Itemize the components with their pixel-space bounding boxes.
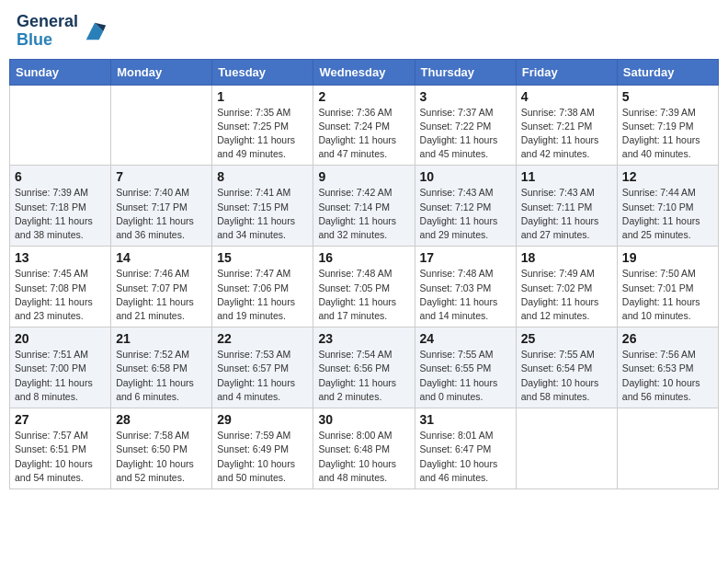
day-info: Sunrise: 7:57 AM Sunset: 6:51 PM Dayligh… (15, 429, 106, 485)
day-number: 5 (622, 89, 713, 104)
calendar-cell: 4Sunrise: 7:38 AM Sunset: 7:21 PM Daylig… (516, 85, 617, 166)
col-header-tuesday: Tuesday (212, 59, 313, 85)
day-info: Sunrise: 7:40 AM Sunset: 7:17 PM Dayligh… (116, 186, 207, 242)
calendar-week-4: 20Sunrise: 7:51 AM Sunset: 7:00 PM Dayli… (10, 327, 719, 408)
calendar-cell (10, 85, 111, 166)
calendar-week-1: 1Sunrise: 7:35 AM Sunset: 7:25 PM Daylig… (10, 85, 719, 166)
day-info: Sunrise: 7:46 AM Sunset: 7:07 PM Dayligh… (116, 267, 207, 323)
day-number: 16 (318, 250, 409, 265)
day-info: Sunrise: 7:43 AM Sunset: 7:12 PM Dayligh… (420, 186, 511, 242)
calendar-cell (516, 408, 617, 489)
calendar-week-5: 27Sunrise: 7:57 AM Sunset: 6:51 PM Dayli… (10, 408, 719, 489)
day-number: 29 (217, 412, 308, 427)
day-info: Sunrise: 7:38 AM Sunset: 7:21 PM Dayligh… (521, 106, 612, 162)
calendar-cell: 15Sunrise: 7:47 AM Sunset: 7:06 PM Dayli… (212, 247, 313, 327)
day-number: 1 (217, 89, 308, 104)
day-info: Sunrise: 7:41 AM Sunset: 7:15 PM Dayligh… (217, 186, 308, 242)
day-number: 28 (116, 412, 207, 427)
day-info: Sunrise: 7:50 AM Sunset: 7:01 PM Dayligh… (622, 267, 713, 323)
day-info: Sunrise: 7:43 AM Sunset: 7:11 PM Dayligh… (521, 186, 612, 242)
day-number: 3 (420, 89, 511, 104)
day-number: 9 (318, 169, 409, 184)
day-number: 19 (622, 250, 713, 265)
col-header-thursday: Thursday (415, 59, 516, 85)
calendar-cell: 5Sunrise: 7:39 AM Sunset: 7:19 PM Daylig… (617, 85, 718, 166)
calendar-cell: 2Sunrise: 7:36 AM Sunset: 7:24 PM Daylig… (313, 85, 415, 166)
day-info: Sunrise: 7:48 AM Sunset: 7:05 PM Dayligh… (318, 267, 409, 323)
logo: GeneralBlue (17, 13, 108, 50)
day-number: 8 (217, 169, 308, 184)
day-number: 14 (116, 250, 207, 265)
day-number: 11 (521, 169, 612, 184)
calendar-cell: 29Sunrise: 7:59 AM Sunset: 6:49 PM Dayli… (212, 408, 313, 489)
page-header: GeneralBlue (9, 9, 719, 53)
day-info: Sunrise: 7:54 AM Sunset: 6:56 PM Dayligh… (318, 348, 409, 404)
calendar-cell: 18Sunrise: 7:49 AM Sunset: 7:02 PM Dayli… (516, 247, 617, 327)
calendar-week-3: 13Sunrise: 7:45 AM Sunset: 7:08 PM Dayli… (10, 247, 719, 327)
col-header-sunday: Sunday (10, 59, 111, 85)
day-info: Sunrise: 7:42 AM Sunset: 7:14 PM Dayligh… (318, 186, 409, 242)
day-info: Sunrise: 7:55 AM Sunset: 6:54 PM Dayligh… (521, 348, 612, 404)
day-info: Sunrise: 7:51 AM Sunset: 7:00 PM Dayligh… (15, 348, 106, 404)
day-info: Sunrise: 7:52 AM Sunset: 6:58 PM Dayligh… (116, 348, 207, 404)
calendar-cell: 24Sunrise: 7:55 AM Sunset: 6:55 PM Dayli… (415, 327, 516, 408)
day-number: 2 (318, 89, 409, 104)
day-info: Sunrise: 7:35 AM Sunset: 7:25 PM Dayligh… (217, 106, 308, 162)
calendar-cell: 3Sunrise: 7:37 AM Sunset: 7:22 PM Daylig… (415, 85, 516, 166)
day-info: Sunrise: 7:53 AM Sunset: 6:57 PM Dayligh… (217, 348, 308, 404)
day-info: Sunrise: 7:36 AM Sunset: 7:24 PM Dayligh… (318, 106, 409, 162)
calendar-cell: 6Sunrise: 7:39 AM Sunset: 7:18 PM Daylig… (10, 166, 111, 247)
day-number: 4 (521, 89, 612, 104)
calendar-cell: 16Sunrise: 7:48 AM Sunset: 7:05 PM Dayli… (313, 247, 415, 327)
day-number: 7 (116, 169, 207, 184)
calendar-cell: 14Sunrise: 7:46 AM Sunset: 7:07 PM Dayli… (111, 247, 212, 327)
logo-icon (82, 18, 108, 44)
day-info: Sunrise: 7:39 AM Sunset: 7:19 PM Dayligh… (622, 106, 713, 162)
calendar-cell: 13Sunrise: 7:45 AM Sunset: 7:08 PM Dayli… (10, 247, 111, 327)
day-number: 23 (318, 331, 409, 346)
col-header-friday: Friday (516, 59, 617, 85)
calendar-cell: 27Sunrise: 7:57 AM Sunset: 6:51 PM Dayli… (10, 408, 111, 489)
calendar-cell: 22Sunrise: 7:53 AM Sunset: 6:57 PM Dayli… (212, 327, 313, 408)
calendar-cell: 12Sunrise: 7:44 AM Sunset: 7:10 PM Dayli… (617, 166, 718, 247)
day-number: 31 (420, 412, 511, 427)
day-info: Sunrise: 7:37 AM Sunset: 7:22 PM Dayligh… (420, 106, 511, 162)
calendar-cell: 28Sunrise: 7:58 AM Sunset: 6:50 PM Dayli… (111, 408, 212, 489)
day-info: Sunrise: 7:45 AM Sunset: 7:08 PM Dayligh… (15, 267, 106, 323)
calendar-cell: 21Sunrise: 7:52 AM Sunset: 6:58 PM Dayli… (111, 327, 212, 408)
calendar-cell: 1Sunrise: 7:35 AM Sunset: 7:25 PM Daylig… (212, 85, 313, 166)
day-info: Sunrise: 7:56 AM Sunset: 6:53 PM Dayligh… (622, 348, 713, 404)
calendar-header-row: SundayMondayTuesdayWednesdayThursdayFrid… (10, 59, 719, 85)
day-number: 15 (217, 250, 308, 265)
day-number: 27 (15, 412, 106, 427)
calendar-cell: 25Sunrise: 7:55 AM Sunset: 6:54 PM Dayli… (516, 327, 617, 408)
calendar-cell: 20Sunrise: 7:51 AM Sunset: 7:00 PM Dayli… (10, 327, 111, 408)
calendar-table: SundayMondayTuesdayWednesdayThursdayFrid… (9, 59, 719, 489)
calendar-cell: 31Sunrise: 8:01 AM Sunset: 6:47 PM Dayli… (415, 408, 516, 489)
calendar-cell: 10Sunrise: 7:43 AM Sunset: 7:12 PM Dayli… (415, 166, 516, 247)
day-number: 22 (217, 331, 308, 346)
day-info: Sunrise: 8:01 AM Sunset: 6:47 PM Dayligh… (420, 429, 511, 485)
day-number: 21 (116, 331, 207, 346)
day-number: 30 (318, 412, 409, 427)
day-info: Sunrise: 7:49 AM Sunset: 7:02 PM Dayligh… (521, 267, 612, 323)
calendar-week-2: 6Sunrise: 7:39 AM Sunset: 7:18 PM Daylig… (10, 166, 719, 247)
col-header-wednesday: Wednesday (313, 59, 415, 85)
day-number: 20 (15, 331, 106, 346)
day-info: Sunrise: 7:44 AM Sunset: 7:10 PM Dayligh… (622, 186, 713, 242)
logo-text: GeneralBlue (17, 13, 78, 50)
day-info: Sunrise: 7:39 AM Sunset: 7:18 PM Dayligh… (15, 186, 106, 242)
day-number: 24 (420, 331, 511, 346)
col-header-saturday: Saturday (617, 59, 718, 85)
calendar-cell: 30Sunrise: 8:00 AM Sunset: 6:48 PM Dayli… (313, 408, 415, 489)
day-number: 17 (420, 250, 511, 265)
calendar-cell (111, 85, 212, 166)
day-number: 6 (15, 169, 106, 184)
day-info: Sunrise: 7:48 AM Sunset: 7:03 PM Dayligh… (420, 267, 511, 323)
day-info: Sunrise: 7:55 AM Sunset: 6:55 PM Dayligh… (420, 348, 511, 404)
day-number: 12 (622, 169, 713, 184)
calendar-cell: 19Sunrise: 7:50 AM Sunset: 7:01 PM Dayli… (617, 247, 718, 327)
calendar-cell (617, 408, 718, 489)
day-info: Sunrise: 7:58 AM Sunset: 6:50 PM Dayligh… (116, 429, 207, 485)
day-number: 10 (420, 169, 511, 184)
